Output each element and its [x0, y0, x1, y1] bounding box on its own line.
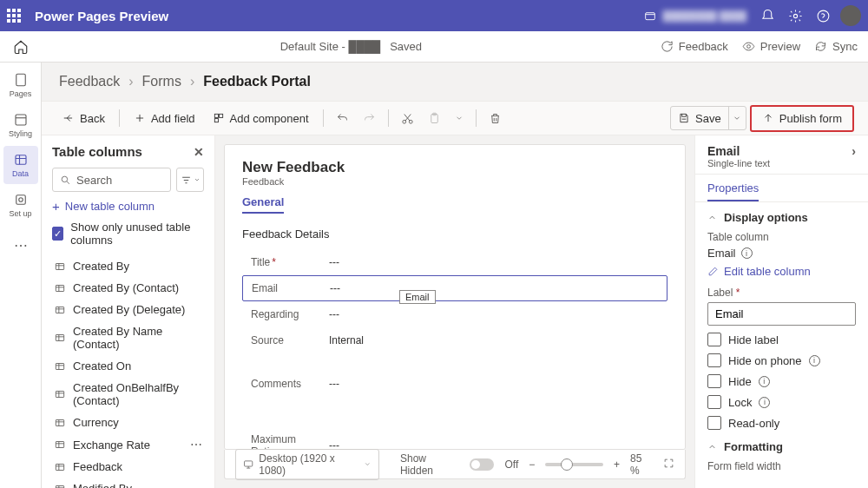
section-title: Feedback Details [242, 228, 667, 241]
column-item[interactable]: Feedback [52, 456, 204, 478]
home-icon[interactable] [10, 39, 31, 55]
preview-link[interactable]: Preview [742, 40, 800, 53]
form-field-row[interactable]: Maximum Rating--- [242, 432, 667, 450]
zoom-out-button[interactable]: − [529, 458, 535, 471]
add-field-button[interactable]: Add field [127, 109, 202, 129]
table-column-value: Emaili [707, 247, 856, 260]
svg-rect-4 [16, 74, 25, 86]
form-subtitle: Feedback [242, 176, 667, 187]
svg-rect-22 [56, 392, 63, 398]
properties-tab[interactable]: Properties [707, 181, 759, 201]
form-field-row[interactable]: Comments--- [242, 353, 667, 414]
help-icon[interactable] [809, 2, 837, 30]
hide-checkbox[interactable]: Hidei [707, 374, 856, 388]
column-item[interactable]: Modified By [52, 478, 204, 488]
close-columns-icon[interactable]: ✕ [194, 145, 204, 159]
sync-link[interactable]: Sync [814, 40, 858, 53]
zoom-slider[interactable] [545, 463, 603, 466]
back-button[interactable]: Back [56, 109, 112, 129]
hide-on-phone-checkbox[interactable]: Hide on phonei [707, 353, 856, 367]
column-item[interactable]: Exchange Rate⋯ [52, 433, 204, 456]
svg-rect-17 [56, 263, 63, 269]
breadcrumb-forms[interactable]: Forms [142, 74, 181, 89]
svg-rect-9 [214, 114, 218, 117]
svg-point-3 [746, 45, 750, 49]
svg-rect-0 [646, 13, 655, 20]
column-search-input[interactable]: Search [52, 168, 171, 192]
redo-button[interactable] [358, 109, 381, 129]
zoom-in-button[interactable]: + [614, 458, 620, 471]
save-button[interactable]: Save [671, 109, 728, 129]
cut-button[interactable] [396, 109, 419, 129]
notifications-icon[interactable] [753, 2, 781, 30]
environment-badge[interactable]: ████████ ████ [643, 9, 746, 23]
label-input[interactable] [707, 302, 856, 326]
device-selector[interactable]: Desktop (1920 x 1080) [235, 449, 379, 480]
form-field-row[interactable]: Regarding--- [242, 301, 667, 327]
svg-rect-21 [56, 363, 63, 369]
show-hidden-toggle[interactable] [470, 458, 495, 471]
column-item[interactable]: Currency [52, 412, 204, 433]
formatting-section[interactable]: Formatting [707, 440, 856, 453]
svg-rect-11 [214, 119, 218, 122]
rail-pages[interactable]: Pages [3, 66, 38, 104]
svg-point-16 [62, 176, 68, 182]
svg-rect-29 [245, 461, 253, 466]
column-item[interactable]: Created On [52, 355, 204, 377]
form-title: New Feedback [242, 159, 667, 176]
column-item[interactable]: Created OnBelhalfBy (Contact) [52, 377, 204, 412]
rail-data[interactable]: Data [3, 146, 38, 184]
column-item[interactable]: Created By [52, 255, 204, 277]
rail-setup[interactable]: Set up [3, 186, 38, 224]
svg-point-1 [793, 14, 797, 17]
svg-rect-19 [56, 307, 63, 313]
info-icon[interactable]: i [741, 247, 753, 259]
publish-form-button[interactable]: Publish form [755, 109, 849, 129]
rail-more[interactable]: ⋯ [3, 226, 38, 264]
paste-button[interactable] [423, 109, 446, 129]
save-dropdown[interactable] [728, 107, 746, 129]
feedback-link[interactable]: Feedback [661, 40, 728, 53]
rail-styling[interactable]: Styling [3, 106, 38, 144]
add-component-button[interactable]: Add component [206, 109, 316, 129]
form-field-row[interactable]: Title*--- [242, 249, 667, 275]
hide-label-checkbox[interactable]: Hide label [707, 333, 856, 346]
breadcrumb-current: Feedback Portal [203, 74, 311, 89]
app-launcher-icon[interactable] [7, 9, 21, 23]
info-icon[interactable]: i [759, 376, 770, 387]
svg-rect-24 [56, 442, 63, 448]
field-tooltip: Email [399, 290, 436, 304]
readonly-checkbox[interactable]: Read-only [707, 416, 856, 430]
column-item[interactable]: Created By Name (Contact) [52, 320, 204, 355]
form-canvas[interactable]: New Feedback Feedback General Feedback D… [224, 144, 686, 450]
rp-expand-icon[interactable]: › [852, 144, 856, 158]
tab-general[interactable]: General [242, 195, 284, 214]
display-options-section[interactable]: Display options [707, 211, 856, 224]
info-icon[interactable]: i [759, 397, 770, 408]
edit-table-column-link[interactable]: Edit table column [707, 265, 856, 278]
undo-button[interactable] [331, 109, 354, 129]
settings-icon[interactable] [781, 2, 809, 30]
svg-rect-7 [16, 195, 25, 205]
form-field-width-label: Form field width [707, 460, 856, 472]
form-field-row[interactable]: SourceInternal [242, 327, 667, 353]
fullscreen-icon[interactable] [663, 458, 674, 472]
new-table-column-button[interactable]: +New table column [52, 199, 204, 214]
svg-rect-6 [16, 155, 26, 165]
column-item[interactable]: Created By (Delegate) [52, 299, 204, 320]
lock-checkbox[interactable]: Locki [707, 395, 856, 409]
column-item[interactable]: Created By (Contact) [52, 277, 204, 299]
canvas-footer: Desktop (1920 x 1080) Show Hidden Off − … [224, 450, 686, 479]
form-field-row[interactable]: Email---Email [242, 275, 667, 301]
zoom-value: 85 % [630, 452, 653, 477]
delete-button[interactable] [483, 109, 507, 129]
show-unused-checkbox[interactable]: ✓Show only unused table columns [52, 221, 204, 247]
column-filter-button[interactable] [176, 168, 204, 192]
breadcrumb-feedback[interactable]: Feedback [59, 74, 120, 89]
info-icon[interactable]: i [809, 355, 820, 366]
command-bar: Default Site - ████ Saved Feedback Previ… [0, 31, 868, 63]
user-avatar[interactable] [840, 5, 861, 26]
table-column-label: Table column [707, 231, 856, 243]
svg-rect-25 [56, 464, 63, 470]
paste-dropdown[interactable] [450, 110, 469, 126]
